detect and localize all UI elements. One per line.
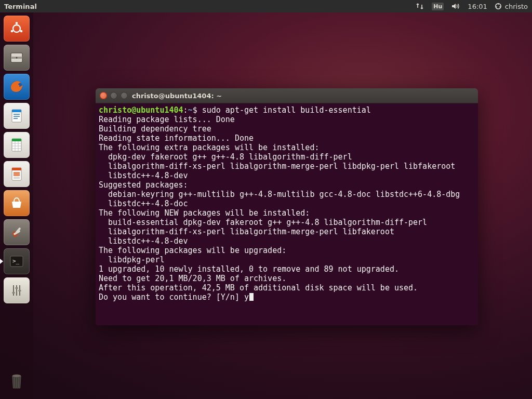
prompt-path: ~ bbox=[188, 105, 193, 115]
svg-point-36 bbox=[12, 375, 21, 377]
clock[interactable]: 16:01 bbox=[468, 3, 487, 10]
launcher-terminal[interactable]: >_ bbox=[4, 248, 30, 274]
svg-rect-22 bbox=[12, 168, 21, 170]
svg-point-7 bbox=[16, 57, 18, 59]
svg-rect-24 bbox=[14, 177, 20, 179]
active-app-label[interactable]: Terminal bbox=[4, 3, 37, 10]
launcher-software-center[interactable] bbox=[4, 190, 30, 216]
svg-rect-34 bbox=[16, 287, 18, 289]
launcher-settings[interactable] bbox=[4, 219, 30, 245]
window-title: christo@ubuntu1404: ~ bbox=[132, 92, 222, 100]
launcher-firefox[interactable] bbox=[4, 74, 30, 100]
prompt-user: christo@ubuntu1404 bbox=[99, 105, 183, 115]
svg-rect-35 bbox=[19, 290, 21, 291]
svg-rect-23 bbox=[14, 172, 20, 176]
launcher-calc[interactable] bbox=[4, 132, 30, 158]
window-maximize-button[interactable] bbox=[121, 92, 128, 99]
launcher-impress[interactable] bbox=[4, 161, 30, 187]
svg-point-2 bbox=[16, 22, 18, 24]
launcher-writer[interactable] bbox=[4, 103, 30, 129]
keyboard-indicator[interactable]: Hu bbox=[432, 3, 444, 10]
launcher-files[interactable] bbox=[4, 45, 30, 71]
launcher: >_ bbox=[0, 12, 33, 399]
sound-indicator[interactable] bbox=[451, 3, 460, 10]
svg-point-4 bbox=[11, 30, 14, 33]
svg-rect-33 bbox=[12, 292, 15, 294]
cursor bbox=[249, 293, 254, 301]
terminal-window: christo@ubuntu1404: ~ christo@ubuntu1404… bbox=[96, 88, 478, 325]
launcher-trash[interactable] bbox=[4, 368, 30, 394]
window-close-button[interactable] bbox=[100, 92, 107, 99]
terminal-body[interactable]: christo@ubuntu1404:~$ sudo apt-get insta… bbox=[96, 103, 478, 325]
terminal-output: Reading package lists... Done Building d… bbox=[99, 115, 460, 302]
window-minimize-button[interactable] bbox=[110, 92, 117, 99]
session-indicator[interactable]: christo bbox=[495, 3, 528, 10]
window-titlebar[interactable]: christo@ubuntu1404: ~ bbox=[96, 88, 478, 103]
svg-point-1 bbox=[13, 25, 20, 32]
top-panel: Terminal Hu 16:01 christo bbox=[0, 0, 532, 12]
svg-point-3 bbox=[20, 30, 23, 33]
launcher-sound-settings[interactable] bbox=[4, 277, 30, 303]
network-indicator[interactable] bbox=[415, 3, 424, 10]
svg-text:>_: >_ bbox=[12, 258, 20, 264]
command-text: sudo apt-get install build-essential bbox=[202, 105, 371, 115]
launcher-dash[interactable] bbox=[4, 16, 30, 42]
svg-rect-10 bbox=[12, 110, 21, 112]
svg-rect-15 bbox=[12, 139, 21, 141]
